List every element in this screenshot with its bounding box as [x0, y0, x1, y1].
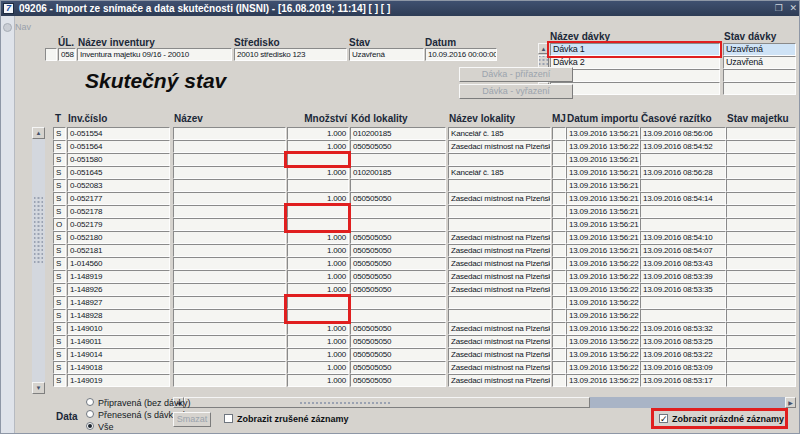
table-cell-stav[interactable] [726, 374, 796, 387]
ul-field[interactable]: 058 [58, 48, 76, 61]
table-cell-t[interactable]: S [53, 374, 66, 387]
table-cell-inv[interactable]: 0-052177 [67, 192, 170, 205]
table-cell-mj[interactable] [552, 283, 566, 296]
table-cell-stav[interactable] [726, 127, 796, 140]
table-cell-razitko[interactable]: 13.09.2016 08:56:06 [640, 127, 726, 140]
table-cell-mnozstvi[interactable]: 1.000 [287, 166, 349, 179]
table-cell-lokalita[interactable] [448, 218, 551, 231]
table-cell-mnozstvi[interactable] [287, 296, 349, 309]
radio-prepared[interactable] [86, 398, 94, 406]
table-cell-nazev[interactable] [173, 296, 286, 309]
batch-status-field[interactable]: Uzavřená [723, 43, 796, 56]
table-cell-mj[interactable] [552, 127, 566, 140]
table-cell-inv[interactable]: 0-051580 [67, 153, 170, 166]
table-cell-import[interactable]: 13.09.2016 13:56:21 [566, 231, 640, 244]
table-cell-inv[interactable]: 0-052179 [67, 218, 170, 231]
cost-center-field[interactable]: 20010 středisko 123 [234, 48, 347, 61]
table-cell-import[interactable]: 13.09.2016 13:56:21 [566, 244, 640, 257]
table-cell-t[interactable]: S [53, 192, 66, 205]
table-cell-kod[interactable]: 050505050 [350, 257, 446, 270]
table-cell-stav[interactable] [726, 361, 796, 374]
date-field[interactable]: 10.09.2016 00:00:00 [425, 48, 497, 61]
table-cell-nazev[interactable] [173, 270, 286, 283]
table-cell-inv[interactable]: 1-149019 [67, 374, 170, 387]
table-cell-stav[interactable] [726, 179, 796, 192]
show-cancelled-checkbox[interactable] [224, 414, 233, 423]
table-cell-razitko[interactable]: 13.09.2016 08:54:07 [640, 244, 726, 257]
table-cell-lokalita[interactable]: Kancelář č. 185 [448, 166, 551, 179]
batch-status-field[interactable]: Uzavřená [723, 56, 796, 69]
table-cell-razitko[interactable]: 13.09.2016 08:53:09 [640, 361, 726, 374]
table-cell-lokalita[interactable]: Zasedací místnost na Plzeňské [448, 283, 551, 296]
close-icon[interactable]: ✕ [789, 3, 797, 13]
table-cell-kod[interactable] [350, 205, 446, 218]
table-cell-mj[interactable] [552, 361, 566, 374]
batch-name-field[interactable] [550, 69, 720, 82]
table-cell-inv[interactable]: 1-148926 [67, 283, 170, 296]
table-cell-t[interactable]: S [53, 335, 66, 348]
table-cell-t[interactable]: S [53, 140, 66, 153]
table-cell-inv[interactable]: 0-051645 [67, 166, 170, 179]
table-cell-nazev[interactable] [173, 153, 286, 166]
table-cell-razitko[interactable]: 13.09.2016 08:53:39 [640, 270, 726, 283]
table-cell-import[interactable]: 13.09.2016 13:56:22 [566, 335, 640, 348]
table-cell-mj[interactable] [552, 205, 566, 218]
table-cell-kod[interactable]: 050505050 [350, 348, 446, 361]
table-cell-inv[interactable]: 1-014560 [67, 257, 170, 270]
table-cell-razitko[interactable]: 13.09.2016 08:53:35 [640, 283, 726, 296]
table-cell-t[interactable]: S [53, 153, 66, 166]
table-cell-import[interactable]: 13.09.2016 13:56:22 [566, 374, 640, 387]
status-field[interactable]: Uzavřená [349, 48, 424, 61]
table-cell-nazev[interactable] [173, 361, 286, 374]
table-cell-inv[interactable]: 1-149018 [67, 361, 170, 374]
table-cell-nazev[interactable] [173, 166, 286, 179]
table-cell-nazev[interactable] [173, 335, 286, 348]
table-cell-stav[interactable] [726, 309, 796, 322]
table-cell-kod[interactable] [350, 309, 446, 322]
table-cell-kod[interactable] [350, 218, 446, 231]
table-cell-import[interactable]: 13.09.2016 13:56:22 [566, 270, 640, 283]
table-cell-import[interactable]: 13.09.2016 13:56:21 [566, 153, 640, 166]
table-cell-nazev[interactable] [173, 179, 286, 192]
table-cell-mj[interactable] [552, 192, 566, 205]
table-cell-lokalita[interactable]: Zasedací místnost na Plzeňské [448, 361, 551, 374]
table-cell-lokalita[interactable]: Zasedací místnost na Plzeňské [448, 257, 551, 270]
table-cell-mnozstvi[interactable] [287, 218, 349, 231]
table-cell-razitko[interactable] [640, 309, 726, 322]
table-cell-razitko[interactable] [640, 205, 726, 218]
table-cell-mj[interactable] [552, 244, 566, 257]
batch-name-field[interactable]: Dávka 1 [550, 43, 720, 56]
table-cell-lokalita[interactable] [448, 179, 551, 192]
table-cell-mnozstvi[interactable]: 1.000 [287, 127, 349, 140]
table-cell-stav[interactable] [726, 270, 796, 283]
nav-button[interactable]: Nav [3, 21, 55, 34]
radio-transferred[interactable] [86, 410, 94, 418]
table-cell-inv[interactable]: 0-052178 [67, 205, 170, 218]
table-cell-import[interactable]: 13.09.2016 13:56:21 [566, 192, 640, 205]
table-cell-razitko[interactable] [640, 218, 726, 231]
table-cell-mj[interactable] [552, 296, 566, 309]
batch-name-field[interactable]: Dávka 2 [550, 56, 720, 69]
table-cell-mnozstvi[interactable]: 1.000 [287, 335, 349, 348]
table-cell-nazev[interactable] [173, 322, 286, 335]
table-cell-inv[interactable]: 0-052083 [67, 179, 170, 192]
table-cell-nazev[interactable] [173, 127, 286, 140]
table-cell-import[interactable]: 13.09.2016 13:56:21 [566, 127, 640, 140]
table-cell-stav[interactable] [726, 153, 796, 166]
table-cell-lokalita[interactable] [448, 309, 551, 322]
table-cell-import[interactable]: 13.09.2016 13:56:22 [566, 361, 640, 374]
table-cell-inv[interactable]: 1-149011 [67, 335, 170, 348]
table-cell-lokalita[interactable]: Zasedací místnost na Plzeňské [448, 348, 551, 361]
table-cell-kod[interactable]: 050505050 [350, 374, 446, 387]
table-cell-t[interactable]: S [53, 244, 66, 257]
table-cell-kod[interactable]: 050505050 [350, 335, 446, 348]
table-cell-lokalita[interactable] [448, 296, 551, 309]
table-cell-razitko[interactable] [640, 296, 726, 309]
table-cell-kod[interactable] [350, 296, 446, 309]
table-cell-razitko[interactable]: 13.09.2016 08:56:28 [640, 166, 726, 179]
table-cell-import[interactable]: 13.09.2016 13:56:21 [566, 205, 640, 218]
table-cell-mj[interactable] [552, 335, 566, 348]
table-cell-t[interactable]: S [53, 309, 66, 322]
table-cell-kod[interactable]: 010200185 [350, 166, 446, 179]
table-cell-inv[interactable]: 0-052180 [67, 231, 170, 244]
